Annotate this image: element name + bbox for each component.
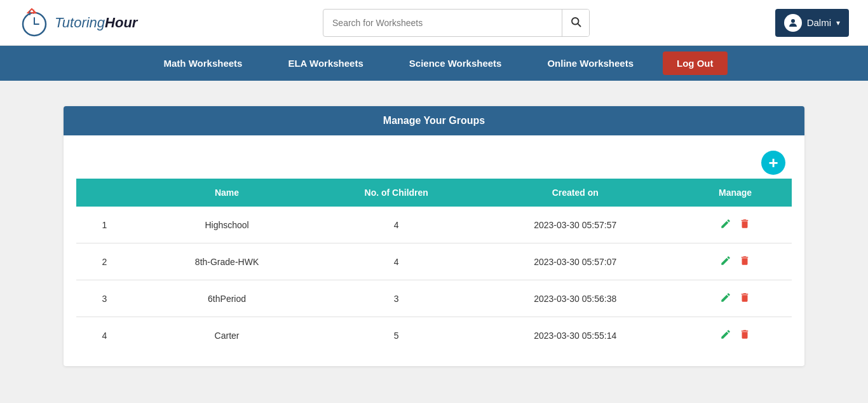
table-row: 2 8th-Grade-HWK 4 2023-03-30 05:57:07: [76, 243, 792, 280]
delete-icon[interactable]: [739, 329, 750, 342]
row-children: 3: [321, 280, 471, 317]
person-icon: [787, 17, 799, 29]
edit-icon[interactable]: [720, 329, 731, 342]
nav-item-ela[interactable]: ELA Worksheets: [265, 48, 386, 79]
edit-icon[interactable]: [720, 292, 731, 305]
row-created: 2023-03-30 05:57:57: [471, 207, 679, 243]
groups-table: Name No. of Children Created on Manage 1…: [76, 179, 792, 353]
svg-marker-3: [28, 9, 36, 13]
table-row: 4 Carter 5 2023-03-30 05:55:14: [76, 317, 792, 354]
svg-point-8: [791, 19, 795, 23]
trash-icon: [739, 218, 750, 229]
col-header-manage: Manage: [679, 179, 792, 207]
row-manage: [679, 280, 792, 317]
logo: TutoringHour: [19, 8, 137, 38]
trash-icon: [739, 292, 750, 303]
nav-item-math[interactable]: Math Worksheets: [140, 48, 265, 79]
col-header-name: Name: [133, 179, 321, 207]
search-bar[interactable]: [323, 9, 590, 37]
svg-line-7: [578, 24, 580, 26]
row-created: 2023-03-30 05:56:38: [471, 280, 679, 317]
nav-item-online[interactable]: Online Worksheets: [524, 48, 656, 79]
row-manage: [679, 317, 792, 354]
chevron-down-icon: ▾: [836, 18, 840, 27]
edit-icon[interactable]: [720, 255, 731, 268]
pencil-icon: [720, 292, 731, 303]
row-created: 2023-03-30 05:57:07: [471, 243, 679, 280]
table-rows: 1 Highschool 4 2023-03-30 05:57:57: [76, 207, 792, 353]
main-content: Manage Your Groups + Name No. of Childre…: [0, 81, 868, 392]
row-name: 6thPeriod: [133, 280, 321, 317]
pencil-icon: [720, 218, 731, 229]
add-btn-row: +: [76, 142, 792, 179]
user-name: Dalmi: [807, 17, 831, 28]
search-button[interactable]: [562, 10, 589, 36]
table-head: Name No. of Children Created on Manage: [76, 179, 792, 207]
delete-icon[interactable]: [739, 218, 750, 231]
row-num: 3: [76, 280, 133, 317]
col-header-created: Created on: [471, 179, 679, 207]
pencil-icon: [720, 255, 731, 266]
manage-groups-container: Manage Your Groups + Name No. of Childre…: [64, 106, 804, 366]
table-header-row: Name No. of Children Created on Manage: [76, 179, 792, 207]
logo-tutoring-text: Tutoring: [55, 15, 105, 31]
row-name: 8th-Grade-HWK: [133, 243, 321, 280]
delete-icon[interactable]: [739, 255, 750, 268]
row-num: 1: [76, 207, 133, 243]
search-icon: [570, 16, 581, 27]
table-body: + Name No. of Children Created on Manage…: [64, 135, 804, 366]
logo-icon: [19, 8, 50, 38]
add-group-button[interactable]: +: [761, 151, 785, 175]
row-children: 4: [321, 243, 471, 280]
row-name: Highschool: [133, 207, 321, 243]
row-name: Carter: [133, 317, 321, 354]
trash-icon: [739, 329, 750, 340]
row-num: 4: [76, 317, 133, 354]
delete-icon[interactable]: [739, 292, 750, 305]
table-title: Manage Your Groups: [64, 106, 804, 135]
header: TutoringHour Dalmi ▾: [0, 0, 868, 46]
table-row: 1 Highschool 4 2023-03-30 05:57:57: [76, 207, 792, 243]
table-row: 3 6thPeriod 3 2023-03-30 05:56:38: [76, 280, 792, 317]
col-header-children: No. of Children: [321, 179, 471, 207]
user-menu[interactable]: Dalmi ▾: [775, 9, 849, 37]
row-manage: [679, 243, 792, 280]
logout-button[interactable]: Log Out: [663, 51, 727, 75]
edit-icon[interactable]: [720, 218, 731, 231]
search-input[interactable]: [323, 11, 562, 34]
trash-icon: [739, 255, 750, 266]
row-manage: [679, 207, 792, 243]
pencil-icon: [720, 329, 731, 340]
row-num: 2: [76, 243, 133, 280]
nav-item-science[interactable]: Science Worksheets: [386, 48, 525, 79]
row-created: 2023-03-30 05:55:14: [471, 317, 679, 354]
logo-hour-text: Hour: [105, 15, 137, 31]
row-children: 4: [321, 207, 471, 243]
col-header-num: [76, 179, 133, 207]
user-avatar: [784, 14, 802, 32]
row-children: 5: [321, 317, 471, 354]
nav-bar: Math Worksheets ELA Worksheets Science W…: [0, 46, 868, 81]
